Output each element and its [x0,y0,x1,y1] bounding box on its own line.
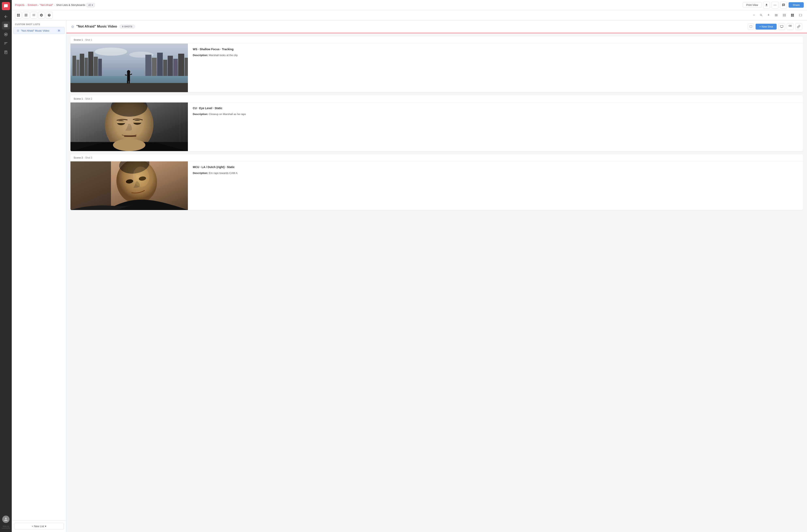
shot-3-image-area[interactable] [71,162,188,210]
shot-view-link-button[interactable] [795,23,802,30]
shot-view-screen-button[interactable] [778,23,785,30]
svg-rect-30 [793,15,794,16]
svg-rect-32 [799,14,800,15]
shot-1-number: Shot 1 [85,38,92,41]
shot-1-scene: Scene 1 [74,38,83,41]
shot-3-description: Description: Em raps towards CAM A [193,171,798,175]
breadcrumb-current: Shot Lists & Storyboards [56,3,85,6]
svg-rect-29 [791,15,792,16]
shot-2-image [71,102,188,151]
nav-back-icon[interactable] [2,13,10,21]
download-button[interactable] [763,2,770,8]
more-options-button[interactable] [772,2,779,8]
panel-sidebar: CUSTOM SHOT LISTS ⊙ "Not Afraid" Music V… [12,20,66,532]
nav-book-icon[interactable] [2,48,10,56]
zoom-in-button[interactable]: + [766,12,771,18]
svg-rect-80 [117,121,125,123]
shot-3-info: MCU · LA / Dutch (right) · Static Descri… [188,162,803,210]
new-shot-button[interactable]: + New Shot [755,24,776,30]
toolbar-right: − + [751,12,804,18]
svg-rect-60 [178,54,184,76]
toolbar-row: − + [12,10,807,20]
list-item-name: "Not Afraid" Music Video [21,29,57,32]
zoom-fit-button[interactable] [758,12,764,18]
svg-rect-57 [163,60,167,76]
svg-rect-25 [784,14,785,16]
view-list-button[interactable] [31,12,37,19]
left-sidebar: Made ByLeanometry [0,0,12,532]
svg-rect-51 [88,52,93,76]
shot-view-grid-button[interactable] [787,23,794,30]
shot-3-scene: Scene 2 [74,156,83,159]
toolbar-left [15,12,53,19]
shot-card-3-header: Scene 2 › Shot 3 [71,154,803,162]
shot-2-number: Shot 2 [85,97,92,100]
settings-button[interactable] [38,12,45,19]
new-list-button[interactable]: + New List ▾ [14,523,64,530]
app-logo[interactable] [2,2,10,10]
svg-rect-43 [790,25,792,26]
svg-rect-15 [25,16,25,16]
svg-rect-10 [26,14,26,14]
zoom-out-button[interactable]: − [751,12,757,18]
svg-point-65 [127,70,130,74]
breadcrumb-project-name[interactable]: Eminem - "Not Afraid" [28,3,53,6]
svg-rect-27 [791,14,792,15]
share-button[interactable]: Share [789,2,804,8]
svg-rect-7 [17,15,18,16]
svg-rect-22 [775,15,777,15]
breadcrumb-sep-1: › [26,4,26,6]
view-columns-button[interactable] [781,12,788,18]
made-by-label: Made ByLeanometry [2,525,10,529]
shot-2-description: Description: Closeup on Marshall as he r… [193,112,798,116]
svg-rect-49 [80,54,84,76]
version-dropdown[interactable]: v0 ▾ [87,3,95,7]
svg-rect-37 [801,16,802,16]
nav-filter-icon[interactable] [2,39,10,48]
svg-point-3 [775,5,775,5]
svg-rect-58 [168,56,173,76]
svg-rect-55 [152,58,157,76]
view-card-button[interactable] [15,12,22,19]
view-grid-2-button[interactable] [789,12,796,18]
svg-rect-53 [98,59,102,76]
checkbox-button[interactable] [748,23,754,30]
view-grid-button[interactable] [23,12,30,19]
help-button[interactable] [46,12,53,19]
storyboard-area: ⊙ "Not Afraid" Music Video 9 SHOTS + New… [66,20,807,532]
svg-rect-11 [27,14,27,14]
view-filmstrip-button[interactable] [797,12,804,18]
nav-settings-icon[interactable] [2,31,10,38]
svg-rect-48 [77,60,79,76]
top-header: Projects › Eminem - "Not Afraid" › Shot … [12,0,807,10]
print-view-button[interactable]: Print View [743,2,762,8]
svg-rect-17 [27,16,27,16]
shot-lists-section-title: CUSTOM SHOT LISTS [12,20,66,27]
shot-2-scene: Scene 1 [74,97,83,100]
svg-rect-34 [799,16,800,16]
svg-rect-86 [71,162,111,210]
svg-rect-26 [785,14,786,16]
list-icon: ⊙ [17,29,19,32]
shot-list-item[interactable]: ⊙ "Not Afraid" Music Video 9 [13,27,64,34]
list-item-count: 9 [57,29,61,32]
chat-button[interactable] [780,2,787,8]
shot-2-tags: CU · Eye Level · Static [193,107,798,110]
view-rows-button[interactable] [773,12,780,18]
svg-rect-6 [19,14,20,15]
svg-rect-63 [71,83,188,92]
svg-point-2 [774,5,774,5]
breadcrumb-projects[interactable]: Projects [15,3,24,6]
shot-card-2-body: CU · Eye Level · Static Description: Clo… [71,102,803,151]
svg-rect-59 [173,59,178,76]
svg-rect-21 [775,14,777,15]
svg-rect-52 [94,57,98,76]
svg-rect-9 [25,14,25,14]
nav-storyboard-icon[interactable] [2,21,10,30]
shot-2-image-area[interactable] [71,102,188,151]
shots-count-badge: 9 SHOTS [119,25,135,28]
svg-rect-35 [801,14,802,15]
shot-1-image-area[interactable] [71,43,188,92]
user-avatar[interactable] [2,516,9,523]
svg-rect-54 [146,55,151,76]
